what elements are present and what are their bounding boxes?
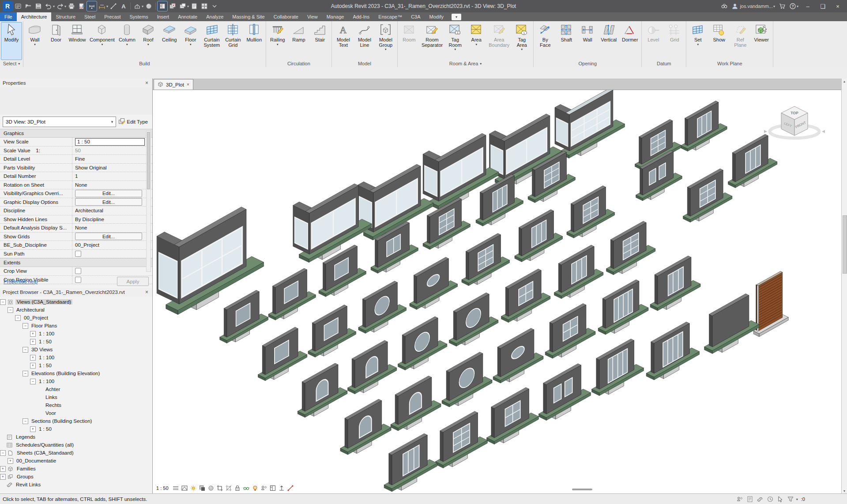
ribbon-tab-enscape-[interactable]: Enscape™ — [374, 12, 407, 21]
chevron-down-icon[interactable]: ▾ — [64, 4, 66, 8]
ribbon-button-roof[interactable]: Roof▾ — [138, 22, 159, 60]
ribbon-button-ramp[interactable]: Ramp — [288, 22, 309, 60]
tree-item-views-c3a-standaard-[interactable]: −Views (C3A_Standaard) — [0, 298, 152, 306]
edit-button[interactable]: Edit... — [75, 190, 142, 197]
ribbon-tab-steel[interactable]: Steel — [80, 12, 100, 21]
ribbon-button-shaft[interactable]: Shaft — [556, 22, 577, 60]
ribbon-button-wall[interactable]: Wall — [577, 22, 598, 60]
window-family-model[interactable] — [646, 322, 699, 380]
ribbon-tab-massing-site[interactable]: Massing & Site — [228, 12, 269, 21]
horizontal-scrollbar[interactable] — [572, 489, 592, 490]
scroll-up-icon[interactable]: ▲ — [842, 79, 847, 84]
edit-type-button[interactable]: Edit Type — [118, 118, 150, 126]
view-tab-close-icon[interactable]: × — [187, 82, 189, 87]
ribbon-button-column[interactable]: Column▾ — [117, 22, 138, 60]
window-family-model[interactable] — [384, 433, 437, 491]
window-family-model[interactable] — [650, 256, 700, 311]
links-status-icon[interactable] — [757, 496, 764, 503]
undo-icon[interactable] — [44, 1, 53, 11]
window-family-model[interactable] — [545, 304, 595, 358]
window-family-model[interactable] — [487, 387, 539, 444]
ribbon-button-viewer[interactable]: Viewer — [751, 22, 772, 60]
filter-icon[interactable] — [787, 496, 794, 503]
ribbon-button-curtain-system[interactable]: CurtainSystem — [201, 22, 222, 60]
ribbon-button-wall[interactable]: Wall▾ — [24, 22, 45, 60]
window-family-model[interactable] — [391, 376, 441, 431]
collapse-icon[interactable]: − — [30, 379, 36, 384]
ribbon-button-set[interactable]: Set▾ — [687, 22, 708, 60]
background-processes-icon[interactable] — [767, 496, 774, 503]
expand-icon[interactable]: + — [30, 331, 36, 337]
tree-item-sections-building-section-[interactable]: −Sections (Building Section) — [0, 417, 152, 425]
ribbon-button-by-face[interactable]: ByFace — [535, 22, 556, 60]
drawing-canvas[interactable]: TOPLEFTFRONT — [153, 90, 841, 493]
window-family-model[interactable] — [539, 364, 591, 421]
chevron-down-icon[interactable]: ▾ — [796, 497, 798, 501]
text-icon[interactable]: A — [119, 1, 128, 11]
window-family-model[interactable] — [493, 328, 543, 383]
tree-item-floor-plans[interactable]: −Floor Plans — [0, 322, 152, 330]
collapse-icon[interactable]: − — [23, 371, 28, 376]
select-toggle-icon[interactable] — [777, 496, 784, 503]
worksharing-display-icon[interactable] — [736, 496, 743, 503]
window-family-model[interactable] — [220, 290, 268, 343]
window-family-model[interactable] — [592, 339, 644, 396]
tree-item-voor[interactable]: Voor — [0, 409, 152, 417]
checkbox[interactable] — [75, 268, 81, 274]
ribbon-display-toggle-icon[interactable]: ▾ — [452, 14, 461, 20]
worksharing-display-icon[interactable] — [260, 484, 268, 492]
scrollbar-thumb[interactable] — [843, 215, 847, 274]
tree-item-00-project[interactable]: −00_Project — [0, 314, 152, 322]
tree-item-rechts[interactable]: Rechts — [0, 401, 152, 409]
tree-item-00-documentatie[interactable]: +00_Documentatie — [0, 457, 152, 465]
scroll-down-icon[interactable]: ▼ — [842, 488, 847, 493]
window-family-model[interactable] — [358, 281, 407, 334]
window-family-model[interactable] — [567, 186, 615, 238]
window-family-model[interactable] — [598, 280, 648, 335]
panel-label-select[interactable]: Select▾ — [0, 60, 23, 67]
project-browser-close-icon[interactable]: × — [144, 289, 150, 295]
ribbon-tab-manage[interactable]: Manage — [322, 12, 349, 21]
ribbon-button-railing[interactable]: Railing▾ — [267, 22, 288, 60]
window-family-model[interactable] — [297, 363, 347, 417]
tree-item-sheets-c3a-standaard-[interactable]: −Sheets (C3A_Standaard) — [0, 449, 152, 457]
window-family-model[interactable] — [308, 305, 356, 357]
expand-icon[interactable]: + — [0, 474, 6, 480]
panel-label-opening[interactable]: Opening — [534, 60, 641, 67]
ribbon-button-area[interactable]: Area▾ — [466, 22, 487, 60]
tree-item-achter[interactable]: Achter — [0, 385, 152, 393]
panel-label-room-area[interactable]: Room & Area▾ — [398, 60, 533, 67]
close-inactive-windows-icon[interactable] — [168, 1, 177, 11]
ribbon-tab-analyze[interactable]: Analyze — [202, 12, 228, 21]
temporary-view-properties-icon[interactable] — [269, 484, 277, 492]
redo-icon[interactable] — [55, 1, 65, 11]
ribbon-tab-systems[interactable]: Systems — [125, 12, 152, 21]
expand-icon[interactable]: + — [0, 466, 6, 472]
drawing-area[interactable]: TOPLEFTFRONT 1 : 50 — [153, 90, 841, 493]
view-scale-control[interactable]: 1 : 50 — [156, 485, 169, 491]
ribbon-button-modify[interactable]: Modify — [1, 22, 22, 60]
ribbon-tab-view[interactable]: View — [303, 12, 322, 21]
tree-item-families[interactable]: +Families — [0, 465, 152, 473]
app-store-icon[interactable] — [779, 3, 786, 10]
edit-button[interactable]: Edit... — [75, 233, 142, 240]
export-pdf-icon[interactable]: PDF — [77, 1, 87, 11]
maximize-button[interactable]: ❑ — [817, 1, 828, 11]
ribbon-tab-architecture[interactable]: Architecture — [17, 12, 52, 21]
lock-view-icon[interactable] — [234, 484, 241, 492]
visual-style-icon[interactable] — [181, 484, 188, 492]
window-family-model[interactable] — [442, 352, 492, 407]
window-family-model[interactable] — [340, 399, 391, 455]
tree-item-elevations-building-elevation-[interactable]: −Elevations (Building Elevation) — [0, 369, 152, 377]
ribbon-button-tag-room[interactable]: 1TagRoom▾ — [444, 22, 466, 60]
tree-item-legends[interactable]: Legends — [0, 433, 152, 441]
editing-requests-icon[interactable] — [746, 496, 753, 503]
ribbon-button-floor[interactable]: Floor▾ — [180, 22, 201, 60]
rendering-icon[interactable] — [207, 484, 215, 492]
properties-help-link[interactable]: Properties help — [4, 279, 38, 284]
window-family-model[interactable] — [515, 210, 563, 262]
view-cube[interactable]: TOPLEFTFRONT — [764, 106, 825, 138]
tree-item-schedules-quantities-all-[interactable]: Schedules/Quantities (all) — [0, 441, 152, 449]
window-family-model[interactable] — [554, 245, 603, 298]
window-family-model[interactable] — [268, 268, 316, 320]
